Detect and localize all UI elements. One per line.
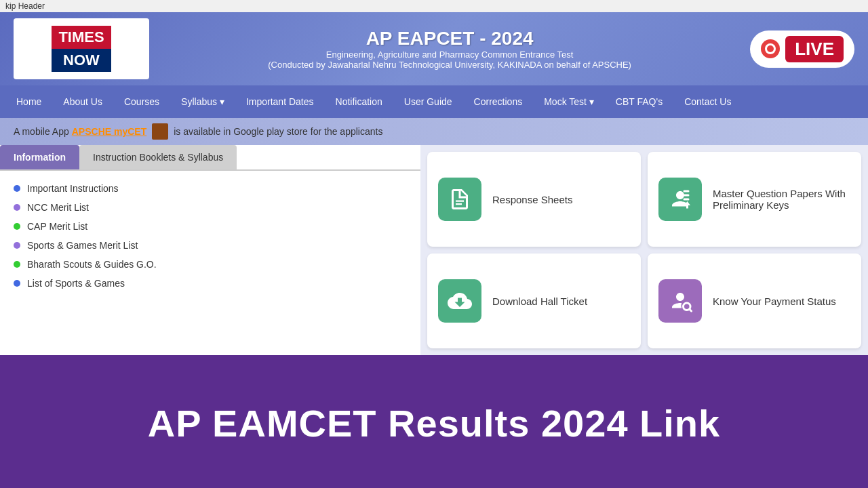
apsche-mycet-link[interactable]: APSCHE myCET — [72, 126, 146, 137]
dot-icon — [14, 280, 20, 287]
dot-icon — [14, 261, 20, 268]
know-payment-status-icon — [658, 279, 702, 323]
list-item[interactable]: NCC Merit List — [14, 198, 407, 217]
list-item-label: CAP Merit List — [27, 221, 87, 232]
list-item[interactable]: List of Sports & Games — [14, 274, 407, 293]
skip-header: kip Header — [0, 0, 868, 12]
logo-area: TIMES NOW — [14, 18, 149, 79]
nav-notification[interactable]: Notification — [326, 91, 392, 113]
master-question-papers-icon — [658, 178, 702, 221]
header-subtitle2: (Conducted by Jawaharlal Nehru Technolog… — [149, 60, 750, 70]
dot-icon — [14, 223, 20, 230]
svg-rect-3 — [684, 195, 690, 197]
response-sheets-label: Response Sheets — [492, 194, 572, 205]
app-icon — [152, 123, 168, 140]
svg-rect-0 — [456, 201, 464, 202]
banner-text-before: A mobile App — [14, 126, 69, 137]
bottom-banner-text: AP EAMCET Results 2024 Link — [148, 401, 720, 445]
navbar: Home About Us Courses Syllabus ▾ Importa… — [0, 85, 868, 118]
live-text: LIVE — [785, 36, 844, 62]
nav-important-dates[interactable]: Important Dates — [237, 91, 323, 113]
skip-label: kip Header — [5, 1, 45, 11]
list-item-label: NCC Merit List — [27, 202, 89, 213]
bottom-banner: AP EAMCET Results 2024 Link — [0, 355, 868, 488]
response-sheets-icon — [438, 178, 481, 221]
logo-inner: TIMES NOW — [52, 26, 111, 72]
nav-contact-us[interactable]: Contact Us — [675, 91, 741, 113]
download-hall-ticket-label: Download Hall Ticket — [492, 296, 587, 307]
master-question-papers-label: Master Question Papers With Preliminary … — [713, 188, 850, 211]
grid-person-icon — [668, 187, 692, 211]
header-center: AP EAPCET - 2024 Engineering, Agricultur… — [149, 28, 750, 70]
nav-courses[interactable]: Courses — [115, 91, 169, 113]
svg-rect-1 — [456, 203, 462, 205]
nav-corrections[interactable]: Corrections — [465, 91, 532, 113]
page-title: AP EAPCET - 2024 — [149, 28, 750, 49]
list-item[interactable]: Bharath Scouts & Guides G.O. — [14, 255, 407, 274]
search-person-icon — [668, 289, 692, 313]
svg-rect-2 — [684, 190, 690, 192]
banner-text-after: is available in Google play store for th… — [174, 126, 382, 137]
svg-rect-4 — [684, 199, 690, 201]
left-panel: Information Instruction Booklets & Sylla… — [0, 145, 420, 355]
logo-times: TIMES — [52, 26, 111, 49]
list-item-label: List of Sports & Games — [27, 278, 125, 289]
nav-about-us[interactable]: About Us — [54, 91, 112, 113]
download-hall-ticket-icon — [438, 279, 481, 323]
dot-icon — [14, 204, 20, 211]
nav-user-guide[interactable]: User Guide — [395, 91, 462, 113]
know-payment-status-card[interactable]: Know Your Payment Status — [648, 253, 861, 348]
main-content: Information Instruction Booklets & Sylla… — [0, 145, 868, 355]
logo-now: NOW — [52, 49, 111, 72]
dot-icon — [14, 185, 20, 192]
nav-cbt-faqs[interactable]: CBT FAQ's — [606, 91, 672, 113]
svg-line-6 — [690, 309, 692, 311]
know-payment-status-label: Know Your Payment Status — [713, 296, 836, 307]
list-item-label: Sports & Games Merit List — [27, 240, 138, 251]
tab-instruction-booklets[interactable]: Instruction Booklets & Syllabus — [79, 145, 237, 169]
list-item[interactable]: Sports & Games Merit List — [14, 236, 407, 255]
nav-mock-test[interactable]: Mock Test ▾ — [534, 91, 604, 113]
master-question-papers-card[interactable]: Master Question Papers With Preliminary … — [648, 152, 861, 247]
tab-bar: Information Instruction Booklets & Sylla… — [0, 145, 420, 171]
document-icon — [448, 187, 472, 211]
right-panel: Response Sheets Master Question Papers W… — [420, 145, 868, 355]
list-item-label: Bharath Scouts & Guides G.O. — [27, 259, 157, 270]
download-cloud-icon — [448, 289, 472, 313]
top-header: TIMES NOW AP EAPCET - 2024 Engineering, … — [0, 12, 868, 85]
download-hall-ticket-card[interactable]: Download Hall Ticket — [427, 253, 641, 348]
live-badge: LIVE — [750, 30, 854, 68]
list-item-label: Important Instructions — [27, 183, 119, 194]
nav-syllabus[interactable]: Syllabus ▾ — [172, 91, 234, 113]
list-item[interactable]: Important Instructions — [14, 179, 407, 198]
header-subtitle: Engineering, Agriculture and Pharmacy Co… — [149, 49, 750, 60]
tab-information[interactable]: Information — [0, 145, 79, 169]
live-dot-icon — [761, 39, 780, 58]
info-list: Important Instructions NCC Merit List CA… — [0, 171, 420, 301]
response-sheets-card[interactable]: Response Sheets — [427, 152, 641, 247]
dot-icon — [14, 242, 20, 249]
app-banner: A mobile App APSCHE myCET is available i… — [0, 118, 868, 145]
nav-home[interactable]: Home — [7, 91, 51, 113]
list-item[interactable]: CAP Merit List — [14, 217, 407, 236]
